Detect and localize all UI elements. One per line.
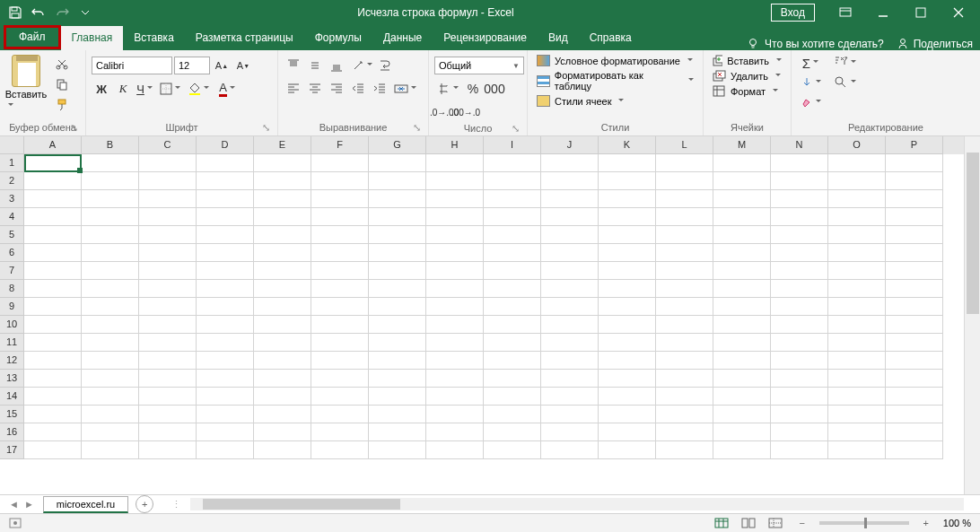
cell[interactable] [828, 406, 886, 423]
page-layout-view-icon[interactable] [739, 515, 758, 531]
cell[interactable] [713, 154, 771, 172]
cell[interactable] [656, 298, 713, 316]
cell[interactable] [484, 423, 541, 441]
row-header[interactable]: 6 [0, 244, 24, 262]
cell[interactable] [369, 388, 426, 406]
cell[interactable] [541, 226, 599, 244]
cell[interactable] [82, 154, 139, 172]
row-header[interactable]: 11 [0, 334, 24, 352]
italic-button[interactable]: К [113, 80, 133, 98]
increase-indent-icon[interactable] [370, 80, 389, 98]
cell[interactable] [426, 388, 484, 406]
cell[interactable] [426, 298, 484, 316]
cell[interactable] [24, 190, 82, 208]
sheet-nav[interactable]: ◄ ► [0, 499, 43, 510]
decrease-font-icon[interactable]: A▼ [233, 57, 253, 74]
cell[interactable] [599, 172, 656, 190]
cell[interactable] [82, 244, 139, 262]
cell[interactable] [369, 352, 426, 370]
cell[interactable] [828, 244, 886, 262]
cell[interactable] [599, 244, 656, 262]
cell[interactable] [311, 244, 369, 262]
col-header[interactable]: I [484, 136, 541, 154]
vertical-scrollbar[interactable] [964, 136, 980, 494]
cell[interactable] [24, 352, 82, 370]
font-name-input[interactable] [92, 57, 172, 74]
cell[interactable] [254, 298, 311, 316]
cell[interactable] [828, 388, 886, 406]
cell[interactable] [139, 388, 197, 406]
column-headers[interactable]: ABCDEFGHIJKLMNOP [24, 136, 964, 154]
cell[interactable] [886, 154, 943, 172]
cell[interactable] [311, 208, 369, 226]
cell[interactable] [369, 423, 426, 441]
cell[interactable] [311, 298, 369, 316]
cell[interactable] [139, 280, 197, 298]
cell[interactable] [24, 154, 82, 172]
cell[interactable] [197, 441, 254, 459]
cell[interactable] [656, 316, 713, 334]
cell[interactable] [426, 441, 484, 459]
cell[interactable] [311, 172, 369, 190]
cell[interactable] [254, 262, 311, 280]
spreadsheet-grid[interactable]: ABCDEFGHIJKLMNOP 12345678910111213141516… [0, 136, 980, 494]
row-header[interactable]: 5 [0, 226, 24, 244]
cell[interactable] [426, 334, 484, 352]
dialog-launcher-icon[interactable]: ⤡ [411, 122, 423, 134]
cells-area[interactable] [24, 154, 964, 494]
cell[interactable] [254, 352, 311, 370]
cell[interactable] [771, 423, 828, 441]
cell[interactable] [197, 316, 254, 334]
increase-font-icon[interactable]: A▲ [212, 57, 232, 74]
cell-styles-button[interactable]: Стили ячеек [533, 94, 697, 108]
cell[interactable] [82, 208, 139, 226]
cell[interactable] [197, 280, 254, 298]
row-header[interactable]: 14 [0, 388, 24, 406]
cell[interactable] [426, 406, 484, 423]
cell[interactable] [426, 208, 484, 226]
align-top-icon[interactable] [284, 57, 303, 74]
page-break-view-icon[interactable] [766, 515, 785, 531]
cell[interactable] [484, 316, 541, 334]
font-size-input[interactable] [174, 57, 210, 74]
cell[interactable] [139, 208, 197, 226]
cell[interactable] [541, 334, 599, 352]
cell[interactable] [599, 208, 656, 226]
col-header[interactable]: D [197, 136, 254, 154]
cell[interactable] [771, 154, 828, 172]
cell[interactable] [541, 441, 599, 459]
cell[interactable] [311, 441, 369, 459]
cell[interactable] [541, 244, 599, 262]
cell[interactable] [311, 388, 369, 406]
cell[interactable] [656, 280, 713, 298]
cell[interactable] [369, 406, 426, 423]
sheet-tab[interactable]: microexcel.ru [43, 496, 128, 513]
tab-review[interactable]: Рецензирование [433, 26, 538, 50]
row-header[interactable]: 1 [0, 154, 24, 172]
cell[interactable] [139, 154, 197, 172]
cell[interactable] [24, 334, 82, 352]
cell[interactable] [771, 352, 828, 370]
comma-style-icon[interactable]: 000 [485, 80, 504, 98]
cell[interactable] [197, 208, 254, 226]
cell[interactable] [541, 388, 599, 406]
cell[interactable] [197, 298, 254, 316]
cell[interactable] [541, 280, 599, 298]
tab-formulas[interactable]: Формулы [304, 26, 372, 50]
cell[interactable] [828, 441, 886, 459]
cell[interactable] [713, 190, 771, 208]
cell[interactable] [369, 190, 426, 208]
cell[interactable] [656, 262, 713, 280]
cell[interactable] [139, 406, 197, 423]
cell[interactable] [254, 334, 311, 352]
cell[interactable] [24, 208, 82, 226]
cell[interactable] [197, 262, 254, 280]
col-header[interactable]: H [426, 136, 484, 154]
cell[interactable] [139, 172, 197, 190]
paste-button[interactable]: Вставить [5, 53, 47, 110]
cell[interactable] [713, 316, 771, 334]
cell[interactable] [886, 352, 943, 370]
cell[interactable] [484, 406, 541, 423]
cell[interactable] [254, 406, 311, 423]
cell[interactable] [24, 370, 82, 388]
